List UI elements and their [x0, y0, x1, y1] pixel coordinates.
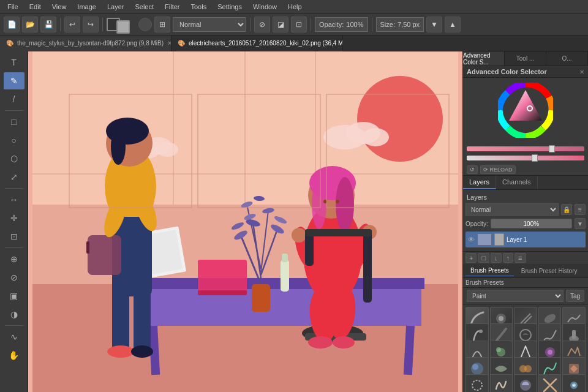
tablet-options[interactable]: ⊞ — [154, 17, 170, 32]
tab-1[interactable]: 🎨 the_magic_stylus_by_tysontan-d9fp872.p… — [0, 36, 172, 51]
brush-preset-popup[interactable] — [138, 18, 152, 31]
new-file-button[interactable]: 📄 — [4, 17, 20, 32]
layers-blend-select[interactable]: Normal — [466, 203, 559, 216]
color-selector-close[interactable]: ✕ — [579, 69, 584, 75]
svg-point-81 — [499, 316, 503, 321]
size-decrease[interactable]: ▼ — [426, 17, 442, 32]
fill-tool[interactable]: ▣ — [4, 287, 24, 304]
crop-tool[interactable]: ⊡ — [4, 228, 24, 245]
svg-rect-70 — [282, 254, 288, 262]
menu-image[interactable]: Image — [72, 2, 101, 12]
menu-window[interactable]: Window — [248, 2, 282, 12]
tab-bar: 🎨 the_magic_stylus_by_tysontan-d9fp872.p… — [0, 36, 588, 51]
layers-opacity-slider[interactable]: 100% — [491, 219, 572, 228]
canvas-area[interactable] — [28, 51, 462, 392]
layer-options-button[interactable]: ≡ — [575, 204, 586, 215]
layer-lock-button[interactable]: 🔒 — [561, 204, 572, 215]
menu-help[interactable]: Help — [283, 2, 307, 12]
hue-slider[interactable] — [467, 146, 584, 151]
ellipse-tool[interactable]: ○ — [4, 132, 24, 149]
layers-tab[interactable]: Layers — [463, 176, 496, 189]
undo-button[interactable]: ↩ — [64, 17, 80, 32]
layer-visibility-icon[interactable]: 👁 — [468, 236, 475, 243]
tool-options-tab[interactable]: Tool ... — [505, 51, 546, 66]
brush-history-tab[interactable]: Brush Preset History — [516, 266, 582, 276]
svg-point-88 — [496, 347, 501, 352]
blend-mode-select[interactable]: Normal — [173, 17, 246, 32]
open-file-button[interactable]: 📂 — [22, 17, 38, 32]
tab-1-close[interactable]: ✕ — [167, 40, 172, 47]
pan-tool[interactable]: ✋ — [4, 347, 24, 364]
menu-view[interactable]: View — [47, 2, 72, 12]
eraser-mode[interactable]: ⊘ — [254, 17, 270, 32]
hue-thumb[interactable] — [549, 145, 555, 153]
background-color[interactable] — [116, 20, 130, 34]
delete-layer-button[interactable]: ≡ — [514, 253, 526, 263]
menu-settings[interactable]: Settings — [213, 2, 247, 12]
brush-item-21[interactable] — [466, 374, 489, 392]
color-wheel-container[interactable] — [498, 83, 553, 138]
brush-presets-tab[interactable]: Brush Presets — [466, 265, 514, 276]
menu-file[interactable]: File — [2, 2, 23, 12]
menu-filter[interactable]: Filter — [160, 2, 184, 12]
svg-point-31 — [131, 345, 153, 358]
layer-item-1[interactable]: 👁 Layer 1 — [466, 232, 586, 247]
overview-tab[interactable]: O... — [546, 51, 588, 66]
svg-point-43 — [312, 180, 326, 229]
save-file-button[interactable]: 💾 — [40, 17, 56, 32]
size-increase[interactable]: ▲ — [445, 17, 461, 32]
gradient-tool[interactable]: ◑ — [4, 306, 24, 323]
pencil-tool[interactable]: / — [4, 91, 24, 108]
layer-alpha-thumbnail — [494, 233, 504, 246]
brush-item-24[interactable] — [538, 374, 562, 392]
add-layer-button[interactable]: + — [466, 253, 477, 263]
brush-presets-label: Brush Presets — [463, 278, 588, 288]
menu-layer[interactable]: Layer — [102, 2, 129, 12]
size-control[interactable]: Size: 7,50 px — [376, 17, 424, 32]
wrap-around[interactable]: ⊡ — [291, 17, 307, 32]
svg-rect-71 — [363, 229, 372, 303]
menu-edit[interactable]: Edit — [24, 2, 46, 12]
reload-color-button[interactable]: ⟳ RELOAD — [480, 165, 516, 174]
color-selector-title: Advanced Color Selector — [467, 68, 547, 75]
brush-item-23[interactable] — [514, 374, 537, 392]
transform-tool[interactable]: ↔ — [4, 191, 24, 208]
opacity-control[interactable]: Opacity: 100% — [315, 17, 368, 32]
toolbar-separator-5 — [372, 18, 372, 31]
move-tool[interactable]: ✛ — [4, 209, 24, 227]
polygon-tool[interactable]: ⬡ — [4, 150, 24, 167]
channels-tab[interactable]: Channels — [496, 176, 537, 189]
layer-up-button[interactable]: ↑ — [503, 253, 514, 263]
svg-point-83 — [479, 330, 483, 333]
freehand-brush-tool[interactable]: ✎ — [4, 72, 24, 89]
path-tool[interactable]: ⤢ — [4, 168, 24, 186]
svg-rect-32 — [88, 235, 121, 275]
svg-point-94 — [524, 365, 532, 372]
lasso-tool[interactable]: ∿ — [4, 328, 24, 345]
color-selector-tab[interactable]: Advanced Color S... — [463, 51, 505, 66]
menu-select[interactable]: Select — [130, 2, 159, 12]
brush-category-select[interactable]: Paint — [467, 290, 564, 302]
color-wheel-area[interactable] — [463, 78, 588, 143]
rectangle-tool[interactable]: □ — [4, 113, 24, 130]
right-panel-tabs: Advanced Color S... Tool ... O... — [463, 51, 588, 66]
tab-2[interactable]: 🎨 electrichearts_20160517_20160820_kiki_… — [172, 36, 343, 51]
layers-blend-row: Normal 🔒 ≡ — [463, 202, 588, 217]
redo-button[interactable]: ↪ — [83, 17, 99, 32]
brush-item-25[interactable] — [562, 374, 586, 392]
text-tool[interactable]: T — [4, 54, 24, 71]
brush-item-22[interactable] — [490, 374, 513, 392]
menu-tools[interactable]: Tools — [186, 2, 212, 12]
copy-layer-button[interactable]: □ — [478, 253, 489, 263]
sat-thumb[interactable] — [532, 154, 538, 162]
reset-color-button[interactable]: ↺ — [467, 165, 478, 174]
opacity-options[interactable]: ▼ — [575, 218, 586, 229]
layer-down-button[interactable]: ↓ — [491, 253, 502, 263]
svg-rect-54 — [252, 284, 270, 312]
brush-tag-button[interactable]: Tag — [566, 290, 584, 302]
svg-point-100 — [573, 385, 575, 386]
zoom-tool[interactable]: ⊕ — [4, 251, 24, 268]
sat-slider[interactable] — [467, 156, 584, 160]
preserve-alpha[interactable]: ◪ — [273, 17, 288, 32]
eyedropper-tool[interactable]: ⊘ — [4, 269, 24, 286]
